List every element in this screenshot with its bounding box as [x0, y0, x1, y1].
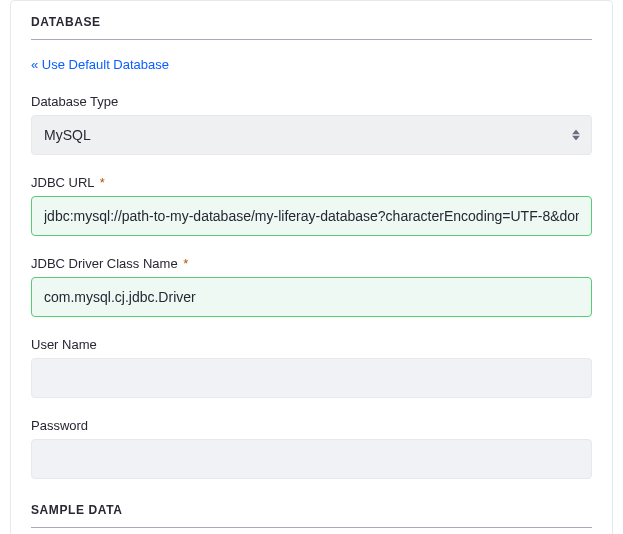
password-input[interactable] [31, 439, 592, 479]
password-label: Password [31, 418, 592, 433]
database-type-label: Database Type [31, 94, 592, 109]
database-type-group: Database Type MySQL [31, 94, 592, 155]
database-type-select[interactable]: MySQL [31, 115, 592, 155]
password-group: Password [31, 418, 592, 479]
jdbc-driver-input[interactable] [31, 277, 592, 317]
database-section-header: DATABASE [31, 15, 592, 40]
jdbc-driver-label: JDBC Driver Class Name * [31, 256, 592, 271]
sample-data-section-header: SAMPLE DATA [31, 503, 592, 528]
jdbc-url-label: JDBC URL * [31, 175, 592, 190]
use-default-database-link[interactable]: « Use Default Database [31, 57, 169, 72]
jdbc-url-input[interactable] [31, 196, 592, 236]
required-indicator: * [100, 175, 105, 190]
database-config-panel: DATABASE « Use Default Database Database… [10, 0, 613, 534]
username-group: User Name [31, 337, 592, 398]
jdbc-driver-group: JDBC Driver Class Name * [31, 256, 592, 317]
username-input[interactable] [31, 358, 592, 398]
required-indicator: * [183, 256, 188, 271]
jdbc-url-group: JDBC URL * [31, 175, 592, 236]
username-label: User Name [31, 337, 592, 352]
